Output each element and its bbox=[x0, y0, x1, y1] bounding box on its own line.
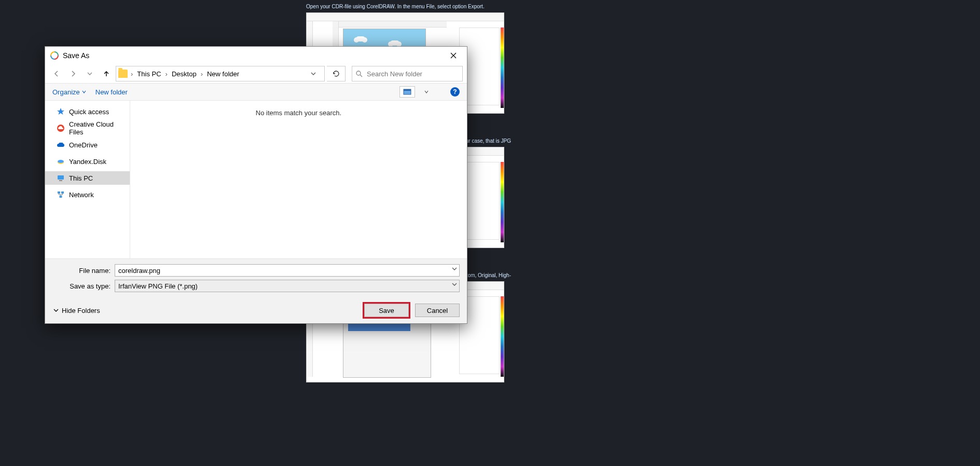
view-mode-dropdown[interactable] bbox=[424, 90, 432, 94]
sidebar-item-label: Creative Cloud Files bbox=[69, 120, 130, 136]
chevron-down-icon bbox=[87, 71, 92, 76]
breadcrumb-item-newfolder[interactable]: New folder bbox=[205, 66, 241, 81]
hide-folders-toggle[interactable]: Hide Folders bbox=[52, 307, 100, 314]
chevron-down-icon bbox=[452, 266, 457, 271]
search-icon bbox=[355, 70, 363, 77]
file-list-area: No items match your search. bbox=[130, 101, 467, 258]
sidebar-item-network[interactable]: Network bbox=[45, 188, 130, 201]
chevron-down-icon bbox=[82, 90, 86, 94]
hide-folders-label: Hide Folders bbox=[62, 307, 100, 314]
nav-recent-dropdown[interactable] bbox=[82, 66, 97, 81]
sidebar-item-label: Yandex.Disk bbox=[69, 158, 106, 166]
organize-label: Organize bbox=[52, 88, 80, 96]
svg-rect-8 bbox=[59, 180, 62, 181]
sidebar-item-creative-cloud[interactable]: Creative Cloud Files bbox=[45, 121, 130, 135]
save-as-dialog: Save As › This PC › Desktop › New folder… bbox=[45, 46, 467, 324]
nav-up-button[interactable] bbox=[99, 66, 114, 81]
chevron-down-icon bbox=[53, 308, 59, 313]
svg-point-6 bbox=[58, 160, 64, 163]
sidebar-item-yandex-disk[interactable]: Yandex.Disk bbox=[45, 155, 130, 168]
view-mode-button[interactable] bbox=[399, 86, 415, 98]
file-name-label: File name: bbox=[52, 267, 115, 275]
sidebar-item-label: OneDrive bbox=[69, 141, 98, 149]
close-icon bbox=[450, 52, 457, 59]
svg-rect-7 bbox=[58, 175, 64, 180]
empty-state-message: No items match your search. bbox=[256, 109, 341, 258]
file-name-value: coreldraw.png bbox=[118, 267, 160, 275]
save-type-value: IrfanView PNG File (*.png) bbox=[118, 282, 198, 290]
nav-back-button[interactable] bbox=[49, 66, 64, 81]
save-type-label: Save as type: bbox=[52, 282, 115, 290]
star-icon bbox=[57, 107, 65, 116]
svg-rect-11 bbox=[60, 196, 62, 198]
save-button[interactable]: Save bbox=[364, 304, 409, 317]
onedrive-icon bbox=[57, 141, 65, 149]
breadcrumb-sep-icon: › bbox=[130, 70, 134, 78]
breadcrumb-item-desktop[interactable]: Desktop bbox=[170, 66, 199, 81]
dialog-footer: File name: coreldraw.png Save as type: I… bbox=[45, 258, 467, 323]
sidebar-item-quick-access[interactable]: Quick access bbox=[45, 105, 130, 118]
app-icon bbox=[50, 51, 59, 60]
toolbar: Organize New folder ? bbox=[45, 83, 467, 101]
svg-rect-3 bbox=[404, 89, 411, 91]
breadcrumb-bar[interactable]: › This PC › Desktop › New folder bbox=[116, 66, 325, 81]
save-type-dropdown[interactable] bbox=[452, 282, 457, 287]
close-button[interactable] bbox=[445, 47, 462, 64]
creative-cloud-icon bbox=[57, 124, 65, 132]
new-folder-button[interactable]: New folder bbox=[95, 88, 128, 96]
chevron-down-icon bbox=[424, 90, 429, 94]
sidebar-item-label: This PC bbox=[69, 174, 93, 182]
file-name-input[interactable]: coreldraw.png bbox=[115, 264, 460, 277]
svg-rect-10 bbox=[61, 191, 64, 194]
dialog-body: Quick access Creative Cloud Files OneDri… bbox=[45, 101, 467, 258]
titlebar: Save As bbox=[45, 47, 467, 64]
breadcrumb-sep-icon: › bbox=[164, 70, 169, 78]
sidebar-item-label: Network bbox=[69, 191, 94, 199]
file-name-dropdown[interactable] bbox=[452, 266, 457, 271]
search-placeholder: Search New folder bbox=[367, 70, 422, 78]
folder-icon bbox=[118, 70, 128, 78]
this-pc-icon bbox=[57, 174, 65, 182]
save-button-label: Save bbox=[379, 307, 394, 314]
breadcrumb-item-thispc[interactable]: This PC bbox=[135, 66, 163, 81]
arrow-right-icon bbox=[70, 70, 77, 77]
organize-menu[interactable]: Organize bbox=[52, 88, 86, 96]
cancel-button-label: Cancel bbox=[427, 307, 448, 314]
article-caption-1: Open your CDR-file using CorelDRAW. In t… bbox=[306, 3, 511, 10]
network-icon bbox=[57, 190, 65, 199]
yandex-disk-icon bbox=[57, 157, 65, 166]
chevron-down-icon bbox=[311, 71, 316, 76]
view-icon bbox=[403, 89, 411, 95]
save-type-select[interactable]: IrfanView PNG File (*.png) bbox=[115, 280, 460, 292]
nav-forward-button[interactable] bbox=[66, 66, 80, 81]
help-button[interactable]: ? bbox=[450, 87, 460, 97]
svg-rect-9 bbox=[58, 191, 60, 194]
sidebar-item-label: Quick access bbox=[69, 108, 109, 116]
refresh-button[interactable] bbox=[327, 66, 346, 81]
refresh-icon bbox=[332, 70, 340, 78]
nav-row: › This PC › Desktop › New folder Search … bbox=[45, 64, 467, 83]
sidebar: Quick access Creative Cloud Files OneDri… bbox=[45, 101, 130, 258]
svg-point-1 bbox=[356, 71, 361, 75]
sidebar-item-onedrive[interactable]: OneDrive bbox=[45, 138, 130, 152]
breadcrumb-sep-icon: › bbox=[200, 70, 204, 78]
arrow-up-icon bbox=[103, 70, 110, 77]
dialog-title: Save As bbox=[63, 51, 445, 60]
search-input[interactable]: Search New folder bbox=[352, 66, 463, 81]
chevron-down-icon bbox=[452, 282, 457, 287]
sidebar-item-this-pc[interactable]: This PC bbox=[45, 171, 130, 185]
arrow-left-icon bbox=[53, 70, 60, 77]
cancel-button[interactable]: Cancel bbox=[415, 304, 460, 317]
breadcrumb-dropdown[interactable] bbox=[311, 71, 322, 76]
